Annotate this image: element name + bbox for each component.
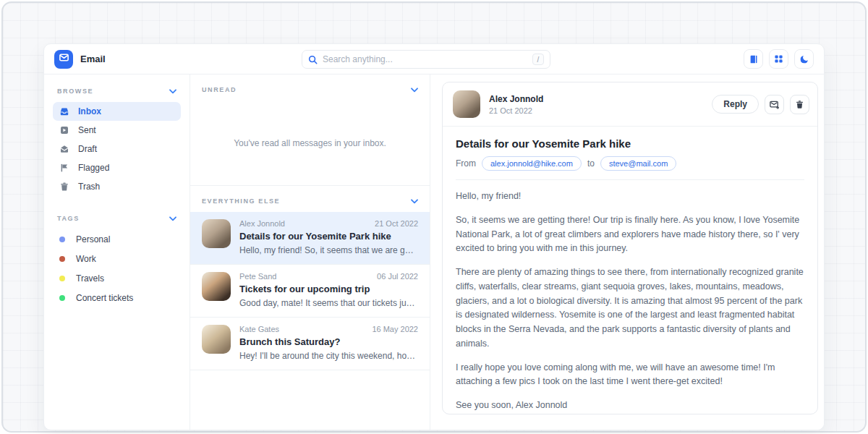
- email-app-window: Email /: [43, 43, 825, 430]
- tag-item-personal[interactable]: Personal: [53, 229, 181, 249]
- app-title: Email: [80, 54, 106, 64]
- unread-section-header[interactable]: UNREAD: [190, 75, 430, 101]
- sent-icon: [59, 125, 69, 135]
- trash-icon: [59, 182, 69, 192]
- reply-button[interactable]: Reply: [712, 95, 759, 114]
- tag-label: Travels: [76, 273, 104, 284]
- draft-envelope-icon: [59, 144, 69, 154]
- email-body: Hello, my friend! So, it seems we are ge…: [456, 180, 804, 414]
- reading-pane: Alex Jonnold 21 Oct 2022 Reply: [430, 75, 824, 430]
- chevron-down-icon[interactable]: [169, 216, 176, 221]
- mail-preview: Hey! I'll be around the city this weeken…: [239, 351, 418, 361]
- to-label: to: [587, 158, 595, 169]
- mail-preview: Hello, my friend! So, it seems that we a…: [239, 245, 418, 255]
- tag-color-dot: [59, 295, 65, 301]
- sidebar-item-draft[interactable]: Draft: [53, 140, 181, 158]
- mail-subject: Details for our Yosemite Park hike: [239, 231, 418, 242]
- mail-summary: Alex Jonnold 21 Oct 2022 Details for our…: [239, 219, 418, 255]
- sidebar-item-inbox[interactable]: Inbox: [53, 102, 181, 121]
- from-to-row: From alex.jonnold@hike.com to steve@mail…: [456, 156, 804, 180]
- mail-list-item[interactable]: Alex Jonnold 21 Oct 2022 Details for our…: [190, 212, 430, 265]
- email-paragraph: There are plenty of amazing things to se…: [456, 265, 804, 352]
- tag-label: Personal: [76, 234, 110, 244]
- mail-list-item[interactable]: Kate Gates 16 May 2022 Brunch this Satur…: [190, 318, 430, 370]
- mail-summary: Pete Sand 06 Jul 2022 Tickets for our up…: [239, 272, 418, 308]
- tags-label: TAGS: [57, 215, 80, 222]
- forward-mail-button[interactable]: [765, 95, 784, 114]
- sidebar-item-label: Flagged: [78, 163, 109, 173]
- mail-date: 21 Oct 2022: [375, 219, 418, 228]
- to-email-chip[interactable]: steve@mail.com: [600, 156, 676, 171]
- email-paragraph: See you soon, Alex Jonnold: [456, 399, 804, 413]
- tag-color-dot: [59, 256, 65, 262]
- reading-list-button[interactable]: [744, 49, 763, 69]
- email-detail-card: Alex Jonnold 21 Oct 2022 Reply: [442, 82, 818, 414]
- search-shortcut-badge: /: [532, 54, 544, 65]
- sidebar-item-label: Inbox: [78, 106, 101, 116]
- apps-grid-button[interactable]: [769, 49, 788, 69]
- chevron-down-icon[interactable]: [411, 88, 418, 93]
- tag-color-dot: [59, 237, 65, 242]
- tag-item-concert-tickets[interactable]: Concert tickets: [53, 288, 181, 307]
- inbox-icon: [59, 106, 69, 116]
- search-icon: [308, 55, 318, 64]
- avatar: [202, 272, 231, 301]
- tag-item-travels[interactable]: Travels: [53, 268, 181, 288]
- mail-subject: Brunch this Saturday?: [239, 336, 418, 347]
- mail-summary: Kate Gates 16 May 2022 Brunch this Satur…: [239, 325, 418, 361]
- flag-icon: [59, 163, 69, 173]
- email-paragraph: I really hope you love coming along with…: [456, 361, 804, 390]
- everything-else-label: EVERYTHING ELSE: [202, 197, 280, 205]
- sidebar-item-trash[interactable]: Trash: [53, 177, 181, 196]
- tag-item-work[interactable]: Work: [53, 249, 181, 268]
- sidebar-item-sent[interactable]: Sent: [53, 121, 181, 140]
- detail-subject: Details for our Yosemite Park hike: [456, 137, 804, 150]
- everything-else-section-header[interactable]: EVERYTHING ELSE: [190, 186, 430, 212]
- sidebar-item-label: Sent: [78, 125, 96, 135]
- sidebar-item-flagged[interactable]: Flagged: [53, 158, 181, 177]
- dark-mode-toggle[interactable]: [794, 49, 814, 69]
- tag-label: Work: [76, 254, 96, 264]
- email-paragraph: So, it seems we are getting there! Our t…: [456, 213, 804, 256]
- mail-date: 06 Jul 2022: [377, 272, 418, 281]
- trash-icon: [795, 100, 804, 109]
- header-actions: [744, 49, 814, 69]
- search-bar[interactable]: /: [302, 50, 550, 69]
- grid-icon: [774, 54, 783, 64]
- envelope-logo-icon: [59, 52, 69, 66]
- chevron-down-icon[interactable]: [169, 89, 176, 94]
- message-list-column: UNREAD You've read all messages in your …: [190, 75, 430, 430]
- search-input[interactable]: [323, 54, 532, 64]
- envelope-forward-icon: [769, 99, 780, 110]
- from-email-chip[interactable]: alex.jonnold@hike.com: [482, 156, 582, 171]
- mail-sender: Alex Jonnold: [239, 219, 285, 228]
- mail-subject: Tickets for our upcoming trip: [239, 284, 418, 294]
- chevron-down-icon[interactable]: [411, 199, 418, 204]
- email-detail-header: Alex Jonnold 21 Oct 2022 Reply: [443, 82, 817, 127]
- avatar: [202, 219, 231, 248]
- unread-empty-message: You've read all messages in your inbox.: [234, 138, 386, 148]
- mail-sender: Pete Sand: [239, 272, 276, 281]
- tag-label: Concert tickets: [76, 293, 133, 303]
- tag-color-dot: [59, 276, 65, 281]
- detail-sender-name: Alex Jonnold: [489, 94, 543, 104]
- detail-date: 21 Oct 2022: [489, 106, 543, 115]
- mail-preview: Good day, mate! It seems that our ticket…: [239, 298, 418, 308]
- tags-section-header[interactable]: TAGS: [53, 212, 181, 229]
- book-icon: [749, 54, 759, 64]
- sender-avatar: [453, 90, 480, 118]
- delete-mail-button[interactable]: [790, 95, 809, 114]
- main-columns: BROWSE Inbox Sent: [44, 75, 824, 430]
- sidebar: BROWSE Inbox Sent: [44, 75, 190, 430]
- sidebar-item-label: Trash: [78, 182, 100, 192]
- unread-label: UNREAD: [202, 86, 237, 93]
- moon-icon: [799, 54, 809, 64]
- from-label: From: [456, 158, 476, 169]
- browse-label: BROWSE: [57, 88, 93, 95]
- email-paragraph: Hello, my friend!: [456, 190, 804, 204]
- sidebar-item-label: Draft: [78, 144, 97, 154]
- browse-section-header[interactable]: BROWSE: [53, 85, 181, 102]
- avatar: [202, 325, 231, 354]
- mail-list-item[interactable]: Pete Sand 06 Jul 2022 Tickets for our up…: [190, 265, 430, 318]
- app-header: Email /: [44, 44, 824, 75]
